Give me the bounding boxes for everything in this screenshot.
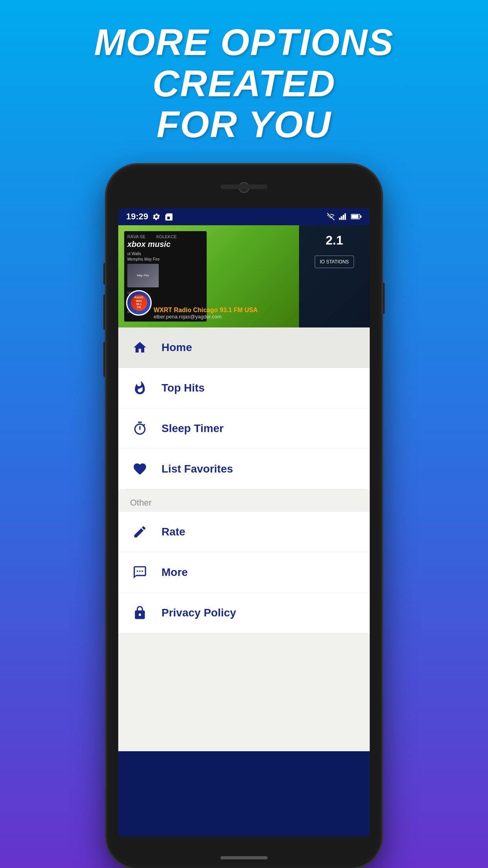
- menu-home-label: Home: [161, 341, 192, 354]
- mute-button[interactable]: [103, 342, 106, 377]
- svg-rect-5: [360, 215, 361, 218]
- status-left: 19:29: [126, 211, 172, 222]
- home-indicator[interactable]: [220, 856, 268, 859]
- xbox-artist: ut WallsMemphis May Fire: [127, 251, 204, 262]
- status-bar: 19:29: [118, 208, 370, 225]
- phone-speaker: [220, 184, 268, 189]
- flame-icon: [130, 378, 150, 398]
- svg-rect-2: [343, 215, 344, 220]
- xbox-title: xbox music: [127, 240, 204, 249]
- station-email: elber.pena.rojas@yagder.com: [154, 314, 366, 320]
- svg-rect-0: [339, 217, 341, 220]
- xbox-album-art: May Fire: [127, 264, 159, 287]
- radio-logo: RADIOWAX93.1FM: [126, 290, 152, 316]
- svg-point-8: [139, 570, 141, 572]
- menu-item-privacy-policy[interactable]: Privacy Policy: [118, 593, 370, 633]
- menu-list-favorites-label: List Favorites: [161, 463, 233, 475]
- menu-item-list-favorites[interactable]: List Favorites: [118, 449, 370, 489]
- station-info: WXRT Radio Chicago 93.1 FM USA elber.pen…: [154, 307, 366, 320]
- app-header: RÁVA SE KOLEKCE xbox music ut WallsMemph…: [118, 225, 370, 327]
- headline: MORE OPTIONS CREATED FOR YOU: [0, 22, 488, 145]
- timer-icon: [130, 419, 150, 438]
- other-section-header: Other: [118, 490, 370, 512]
- status-time: 19:29: [126, 211, 148, 222]
- svg-rect-1: [341, 216, 343, 220]
- menu-item-sleep-timer[interactable]: Sleep Timer: [118, 408, 370, 449]
- battery-icon: [351, 213, 362, 220]
- svg-rect-6: [352, 215, 359, 218]
- menu-sleep-timer-label: Sleep Timer: [161, 422, 224, 435]
- drawer-menu: Home Top Hits Sleep Timer: [118, 327, 370, 751]
- volume-up-button[interactable]: [103, 263, 106, 285]
- home-icon: [130, 338, 150, 357]
- headline-line2: FOR YOU: [24, 104, 464, 145]
- svg-point-9: [141, 570, 143, 572]
- menu-item-rate[interactable]: Rate: [118, 512, 370, 552]
- wifi-icon: [326, 213, 336, 221]
- sim-icon: [165, 213, 172, 221]
- rate-icon: [130, 522, 150, 542]
- svg-point-7: [137, 570, 138, 572]
- power-button[interactable]: [382, 283, 385, 314]
- xbox-top-text: RÁVA SE KOLEKCE: [127, 234, 204, 239]
- settings-icon: [152, 212, 161, 221]
- volume-down-button[interactable]: [103, 294, 106, 330]
- io-stations-button[interactable]: IO STATIONS: [315, 256, 354, 268]
- menu-item-top-hits[interactable]: Top Hits: [118, 368, 370, 408]
- menu-top-hits-label: Top Hits: [161, 382, 205, 394]
- status-right: [326, 213, 362, 221]
- signal-icon: [339, 213, 348, 220]
- menu-more-label: More: [161, 566, 188, 579]
- station-name: WXRT Radio Chicago 93.1 FM USA: [154, 307, 366, 314]
- svg-rect-3: [345, 213, 346, 220]
- message-dots-icon: [130, 563, 150, 582]
- phone-screen: 19:29: [118, 208, 370, 837]
- header-frequency: 2.1: [326, 233, 343, 248]
- menu-empty-space: [118, 633, 370, 751]
- headline-line1: MORE OPTIONS CREATED: [24, 22, 464, 104]
- heart-icon: [130, 459, 150, 479]
- menu-rate-label: Rate: [161, 526, 185, 538]
- lock-icon: [130, 603, 150, 623]
- menu-privacy-policy-label: Privacy Policy: [161, 607, 236, 619]
- menu-item-more[interactable]: More: [118, 552, 370, 593]
- menu-item-home[interactable]: Home: [118, 327, 370, 368]
